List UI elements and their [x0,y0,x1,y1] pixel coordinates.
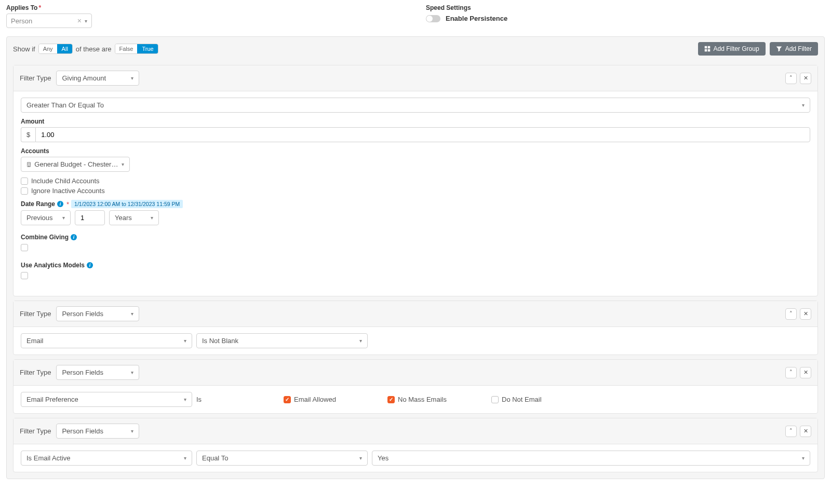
filter-type-value: Giving Amount [62,74,106,82]
use-analytics-checkbox[interactable] [21,272,28,279]
filter-type-select[interactable]: Person Fields ▾ [56,365,139,380]
clear-icon[interactable]: × [77,17,82,25]
no-mass-emails-checkbox[interactable] [387,396,395,403]
do-not-email-label: Do Not Email [502,396,542,403]
collapse-button[interactable]: ˄ [785,308,797,320]
collapse-button[interactable]: ˄ [785,426,797,437]
filter-icon [776,46,782,52]
speed-settings-label: Speed Settings [426,4,825,11]
do-not-email-checkbox[interactable] [491,396,499,403]
svg-rect-8 [29,164,30,165]
chevron-down-icon: ▾ [151,215,153,221]
amount-input[interactable] [35,127,810,142]
filter-type-label: Filter Type [20,369,51,376]
value-select[interactable]: Yes ▾ [372,451,810,466]
info-icon: i [87,262,93,268]
svg-rect-3 [707,49,710,52]
chevron-down-icon: ▾ [184,338,186,344]
date-range-type-select[interactable]: Previous ▾ [21,210,71,225]
field-value: Email [26,337,44,345]
chevron-down-icon: ▾ [122,161,124,167]
field-value: Is Email Active [26,454,71,462]
building-icon [26,161,31,168]
svg-rect-9 [29,165,30,166]
svg-rect-1 [707,46,710,49]
currency-prefix: $ [21,127,35,142]
filter-type-label: Filter Type [20,310,51,318]
filter-section-email: Filter Type Person Fields ▾ ˄ ✕ Email ▾ … [13,301,818,355]
field-select[interactable]: Email Preference ▾ [21,392,192,407]
filter-section-email-preference: Filter Type Person Fields ▾ ˄ ✕ Email Pr… [13,359,818,414]
remove-filter-button[interactable]: ✕ [800,73,811,84]
condition-value: Equal To [202,454,228,462]
chevron-down-icon: ▾ [184,397,186,402]
comparison-value: Greater Than Or Equal To [26,101,104,109]
remove-filter-button[interactable]: ✕ [800,426,811,437]
show-if-text: Show if [13,45,35,53]
date-range-unit-select[interactable]: Years ▾ [109,210,159,225]
comparison-select[interactable]: Greater Than Or Equal To ▾ [21,98,810,113]
chevron-down-icon: ▾ [802,455,805,461]
add-filter-button[interactable]: Add Filter [770,42,818,56]
collapse-button[interactable]: ˄ [785,367,797,378]
filter-type-label: Filter Type [20,74,51,82]
applies-to-label: Applies To* [6,4,405,11]
ignore-inactive-accounts-checkbox[interactable] [21,187,28,195]
applies-to-value: Person [11,17,32,25]
any-all-toggle[interactable]: Any All [38,44,73,54]
value-value: Yes [378,454,388,462]
chevron-down-icon: ▾ [131,311,133,317]
accounts-select[interactable]: General Budget - Chesterfield Atte... ▾ [21,157,130,172]
include-child-accounts-checkbox[interactable] [21,178,28,185]
filter-type-select[interactable]: Giving Amount ▾ [56,71,139,86]
date-range-number-value[interactable] [81,214,99,222]
field-select[interactable]: Email ▾ [21,333,192,348]
chevron-down-icon: ▾ [359,455,362,461]
condition-value: Is Not Blank [202,337,238,345]
include-child-accounts-label: Include Child Accounts [31,177,100,185]
true-pill[interactable]: True [137,44,157,53]
field-value: Email Preference [26,396,78,403]
collapse-button[interactable]: ˄ [785,73,797,84]
filter-type-label: Filter Type [20,427,51,435]
filter-type-value: Person Fields [62,427,103,435]
amount-label: Amount [21,118,810,125]
date-range-label: Date Range [21,200,55,208]
date-range-number-input[interactable] [75,210,105,225]
filter-section-is-email-active: Filter Type Person Fields ▾ ˄ ✕ Is Email… [13,418,818,472]
chevron-down-icon: ▾ [184,455,186,461]
filter-type-select[interactable]: Person Fields ▾ [56,424,139,439]
add-filter-group-button[interactable]: Add Filter Group [698,42,766,56]
remove-filter-button[interactable]: ✕ [800,367,811,378]
required-indicator: * [66,200,69,208]
svg-rect-0 [704,46,707,49]
true-false-toggle[interactable]: False True [115,44,158,54]
svg-rect-2 [704,49,707,52]
condition-select[interactable]: Is Not Blank ▾ [196,333,368,348]
of-these-text: of these are [76,45,112,53]
any-pill[interactable]: Any [39,44,57,53]
filter-section-giving-amount: Filter Type Giving Amount ▾ ˄ ✕ Greater … [13,65,818,296]
chevron-down-icon: ▾ [85,18,87,24]
accounts-label: Accounts [21,147,810,155]
filter-type-select[interactable]: Person Fields ▾ [56,306,139,321]
combine-giving-checkbox[interactable] [21,244,28,251]
date-range-badge: 1/1/2023 12:00 AM to 12/31/2023 11:59 PM [71,200,183,208]
remove-filter-button[interactable]: ✕ [800,308,811,320]
condition-select[interactable]: Equal To ▾ [196,451,368,466]
show-if-bar: Show if Any All of these are False True … [7,37,824,61]
field-select[interactable]: Is Email Active ▾ [21,451,192,466]
filter-builder-container: Show if Any All of these are False True … [6,36,825,479]
svg-rect-7 [28,164,29,165]
all-pill[interactable]: All [57,44,72,53]
enable-persistence-toggle[interactable] [426,15,440,22]
applies-to-select[interactable]: Person × ▾ [6,13,92,28]
chevron-down-icon: ▾ [802,102,805,108]
date-range-type-value: Previous [26,214,53,222]
email-allowed-checkbox[interactable] [284,396,291,403]
condition-text: Is [196,392,279,406]
accounts-value: General Budget - Chesterfield Atte... [34,160,118,168]
false-pill[interactable]: False [115,44,138,53]
grid-icon [704,46,711,52]
chevron-down-icon: ▾ [359,338,362,344]
